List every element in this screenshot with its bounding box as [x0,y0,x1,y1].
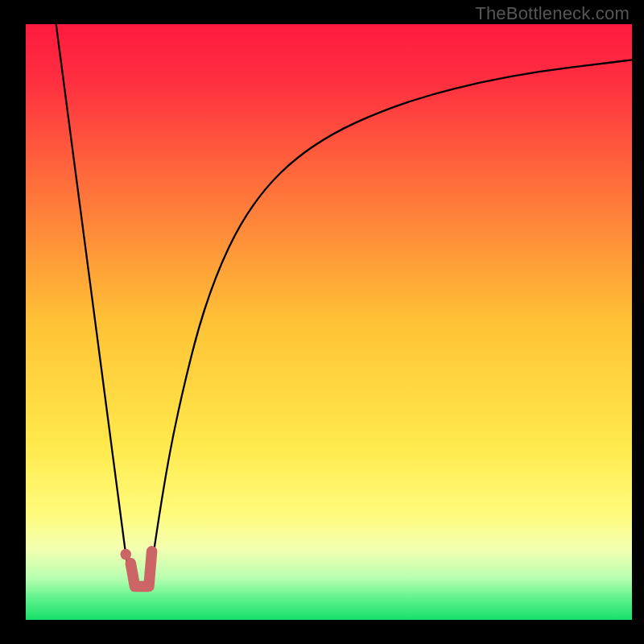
plot-gradient-background [26,24,632,620]
watermark-text: TheBottleneck.com [475,3,630,24]
chart-svg [0,0,644,644]
chart-frame: { "watermark": "TheBottleneck.com", "cha… [0,0,644,644]
